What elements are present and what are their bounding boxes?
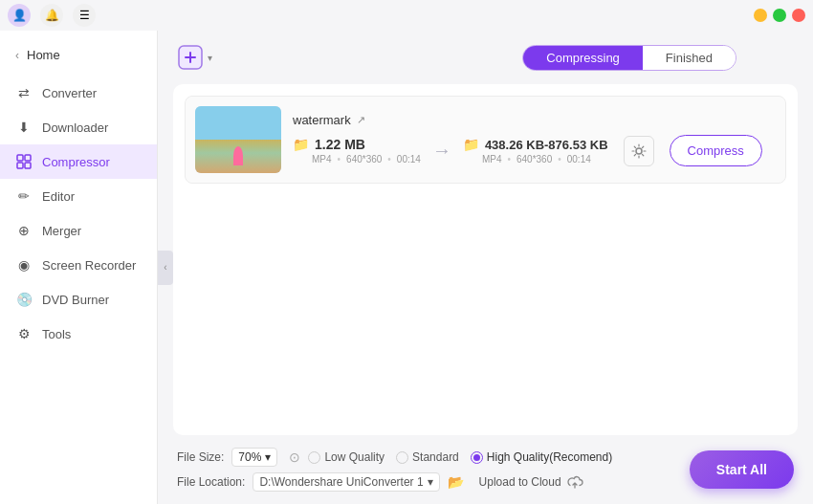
sidebar-item-tools[interactable]: ⚙ Tools	[0, 317, 157, 351]
top-bar: ▾ Compressing Finished	[158, 31, 813, 84]
sidebar-nav: ⇄ Converter ⬇ Downloader Compressor	[0, 72, 157, 504]
dvd-burner-icon: 💿	[15, 291, 33, 308]
upload-cloud-button[interactable]: Upload to Cloud	[479, 475, 583, 489]
quality-icon: ⊙	[289, 449, 300, 465]
back-arrow-icon: ‹	[15, 49, 19, 62]
thumbnail-person	[233, 146, 243, 165]
user-icon[interactable]: 👤	[8, 4, 31, 27]
compressed-size-value: 438.26 KB-876.53 KB	[485, 138, 608, 152]
quality-standard[interactable]: Standard	[396, 450, 459, 464]
original-size-block: 📁 1.22 MB MP4 • 640*360 • 00:14	[293, 137, 421, 164]
svg-rect-1	[25, 155, 31, 161]
file-sizes: 📁 1.22 MB MP4 • 640*360 • 00:14	[293, 135, 776, 166]
open-folder-icon[interactable]: 📂	[448, 474, 464, 490]
sidebar-item-converter[interactable]: ⇄ Converter	[0, 76, 157, 110]
title-bar: 👤 🔔 ☰ − □ ✕	[0, 0, 813, 31]
sidebar-item-merger[interactable]: ⊕ Merger	[0, 213, 157, 248]
quality-standard-label: Standard	[412, 450, 459, 464]
file-thumbnail	[195, 106, 281, 173]
title-bar-icons: 👤 🔔 ☰	[8, 4, 96, 27]
quality-high[interactable]: High Quality(Recomend)	[471, 450, 612, 464]
app-body: ‹ Home ⇄ Converter ⬇ Downloader	[0, 31, 813, 504]
tools-icon: ⚙	[15, 325, 33, 342]
folder-open-icon: 📁	[293, 137, 309, 152]
file-size-label: File Size:	[177, 450, 224, 464]
original-duration: 00:14	[397, 154, 421, 164]
file-name: watermark	[293, 113, 351, 127]
compressed-size-main: 📁 438.26 KB-876.53 KB	[463, 137, 608, 152]
sidebar-item-dvd-burner[interactable]: 💿 DVD Burner	[0, 282, 157, 317]
sidebar-label-dvd-burner: DVD Burner	[42, 293, 109, 307]
compressor-icon	[15, 153, 33, 170]
converter-icon: ⇄	[15, 84, 33, 101]
downloader-icon: ⬇	[15, 119, 33, 136]
radio-low[interactable]	[308, 451, 320, 464]
file-location-label: File Location:	[177, 475, 245, 489]
maximize-button[interactable]: □	[773, 9, 786, 22]
quality-options: Low Quality Standard High Quality(Recome…	[308, 450, 612, 464]
svg-point-5	[636, 148, 642, 154]
sidebar-item-editor[interactable]: ✏ Editor	[0, 179, 157, 213]
svg-rect-0	[17, 155, 23, 161]
original-size-value: 1.22 MB	[315, 137, 365, 152]
compressed-duration: 00:14	[567, 154, 591, 164]
arrow-right-icon: →	[432, 140, 451, 162]
sidebar-label-downloader: Downloader	[42, 121, 108, 135]
sidebar-label-screen-recorder: Screen Recorder	[42, 258, 136, 273]
menu-icon[interactable]: ☰	[73, 4, 96, 27]
sidebar-item-screen-recorder[interactable]: ◉ Screen Recorder	[0, 248, 157, 282]
quality-low[interactable]: Low Quality	[308, 450, 385, 464]
file-name-row: watermark ↗	[293, 113, 776, 127]
file-card: watermark ↗ 📁 1.22 MB MP4 •	[185, 96, 786, 184]
quality-high-label: High Quality(Recomend)	[487, 450, 612, 464]
original-format: MP4	[312, 154, 332, 164]
compress-settings-button[interactable]	[624, 136, 654, 166]
path-dropdown-icon: ▾	[428, 475, 433, 489]
dot-4: •	[558, 154, 561, 164]
sidebar-collapse-button[interactable]: ‹	[158, 251, 173, 285]
merger-icon: ⊕	[15, 222, 33, 239]
size-dropdown-icon: ▾	[265, 450, 271, 464]
tab-finished[interactable]: Finished	[643, 46, 736, 70]
radio-standard[interactable]	[396, 451, 408, 464]
sidebar-home[interactable]: ‹ Home	[0, 38, 157, 72]
start-all-button[interactable]: Start All	[690, 450, 794, 489]
upload-cloud-label: Upload to Cloud	[479, 475, 561, 489]
sidebar-label-merger: Merger	[42, 224, 81, 238]
folder-closed-icon: 📁	[463, 137, 479, 152]
dot-2: •	[387, 154, 391, 164]
file-info: watermark ↗ 📁 1.22 MB MP4 •	[293, 113, 776, 166]
file-size-value: 70%	[238, 450, 261, 464]
file-size-select[interactable]: 70% ▾	[231, 448, 277, 467]
sidebar-item-compressor[interactable]: Compressor	[0, 144, 157, 179]
file-list-area: watermark ↗ 📁 1.22 MB MP4 •	[173, 84, 798, 435]
main-content: ▾ Compressing Finished watermark	[158, 31, 813, 504]
radio-high-fill	[473, 454, 480, 461]
compressed-format: MP4	[482, 154, 502, 164]
close-button[interactable]: ✕	[792, 9, 805, 22]
upload-cloud-icon	[566, 475, 583, 489]
original-size-details: MP4 • 640*360 • 00:14	[293, 154, 421, 164]
file-location-path[interactable]: D:\Wondershare UniConverter 1 ▾	[253, 472, 439, 492]
svg-rect-2	[17, 163, 23, 168]
home-label: Home	[27, 48, 60, 62]
radio-high[interactable]	[471, 451, 483, 464]
screen-recorder-icon: ◉	[15, 256, 33, 274]
compressed-size-block: 📁 438.26 KB-876.53 KB MP4 • 640*360 • 00…	[463, 137, 608, 164]
external-link-icon[interactable]: ↗	[357, 114, 365, 126]
tab-compressing[interactable]: Compressing	[523, 46, 643, 70]
compressed-resolution: 640*360	[516, 154, 552, 164]
dot-1: •	[338, 154, 341, 164]
dot-3: •	[507, 154, 511, 164]
sidebar-label-tools: Tools	[42, 327, 71, 341]
sidebar-label-editor: Editor	[42, 189, 75, 204]
sidebar-item-downloader[interactable]: ⬇ Downloader	[0, 110, 157, 144]
sidebar: ‹ Home ⇄ Converter ⬇ Downloader	[0, 31, 158, 504]
location-path-text: D:\Wondershare UniConverter 1	[259, 475, 423, 489]
sidebar-label-converter: Converter	[42, 86, 97, 100]
compress-button[interactable]: Compress	[670, 135, 762, 166]
add-file-button[interactable]: ▾	[177, 44, 212, 71]
minimize-button[interactable]: −	[754, 9, 767, 22]
bell-icon[interactable]: 🔔	[40, 4, 63, 27]
svg-rect-3	[25, 163, 31, 168]
